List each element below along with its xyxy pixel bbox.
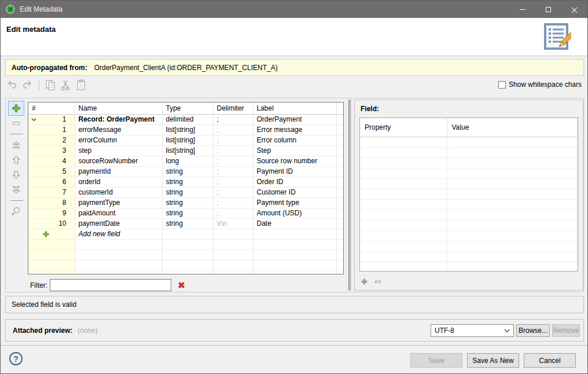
- field-delimiter-cell[interactable]: ;: [213, 166, 253, 177]
- close-button[interactable]: [561, 1, 587, 18]
- remove-button[interactable]: Remove: [552, 324, 580, 337]
- field-delimiter-cell[interactable]: ;: [213, 145, 253, 156]
- field-label-cell[interactable]: Error message: [253, 124, 336, 135]
- field-type-cell[interactable]: string: [162, 166, 213, 177]
- field-label-cell[interactable]: Order ID: [253, 177, 336, 187]
- field-row[interactable]: 6 orderId string ; Order ID: [28, 177, 343, 187]
- collapse-chevron-icon[interactable]: [31, 116, 37, 124]
- field-delimiter-cell[interactable]: ;: [213, 187, 253, 197]
- field-row[interactable]: 9 paidAmount string ; Amount (USD): [28, 208, 343, 218]
- remove-property-button[interactable]: [374, 278, 382, 287]
- field-label-cell[interactable]: Source row number: [253, 156, 336, 166]
- save-button[interactable]: Save: [410, 353, 462, 368]
- add-row-plus-icon[interactable]: [42, 230, 50, 240]
- field-type-cell[interactable]: string: [162, 208, 213, 218]
- col-header-label: Label: [253, 102, 336, 114]
- filter-input[interactable]: [50, 279, 171, 291]
- help-button[interactable]: ?: [9, 352, 23, 365]
- field-type-cell[interactable]: string: [162, 218, 213, 229]
- field-name-cell[interactable]: paidAmount: [75, 208, 162, 218]
- panel-splitter[interactable]: [348, 100, 351, 291]
- encoding-select[interactable]: UTF-8: [431, 324, 514, 337]
- field-type-cell[interactable]: list[string]: [162, 135, 213, 145]
- field-delimiter-cell[interactable]: \r\n: [213, 218, 253, 229]
- field-delimiter-cell[interactable]: ;: [213, 135, 253, 145]
- field-delimiter-cell[interactable]: ;: [213, 156, 253, 166]
- field-row[interactable]: 5 paymentId string ; Payment ID: [28, 166, 343, 177]
- field-type-cell[interactable]: long: [162, 156, 213, 166]
- cancel-button[interactable]: Cancel: [524, 353, 576, 368]
- undo-icon[interactable]: [6, 79, 18, 91]
- empty-property-row: [360, 168, 578, 178]
- field-row[interactable]: 2 errorColumn list[string] ; Error colum…: [28, 135, 343, 145]
- field-type-cell[interactable]: string: [162, 177, 213, 187]
- field-label-cell[interactable]: Error column: [253, 135, 336, 145]
- field-name-cell[interactable]: errorMessage: [75, 124, 162, 135]
- move-top-button[interactable]: [8, 137, 24, 152]
- field-name-cell[interactable]: customerId: [75, 187, 162, 197]
- field-label-cell[interactable]: Date: [253, 218, 336, 229]
- move-down-button[interactable]: [8, 167, 24, 182]
- field-type-cell[interactable]: string: [162, 187, 213, 197]
- field-row[interactable]: 1 errorMessage list[string] ; Error mess…: [28, 124, 343, 135]
- add-field-row[interactable]: Add new field: [28, 229, 343, 239]
- field-label-cell[interactable]: Payment ID: [253, 166, 336, 177]
- field-name-cell[interactable]: paymentId: [75, 166, 162, 177]
- arrow-up-icon: [11, 155, 21, 165]
- encoding-value: UTF-8: [435, 327, 454, 335]
- add-field-button[interactable]: [8, 101, 24, 116]
- field-label-cell[interactable]: Payment type: [253, 197, 336, 208]
- find-button[interactable]: [8, 204, 24, 219]
- record-label-cell[interactable]: OrderPayment: [253, 114, 336, 124]
- metadata-grid[interactable]: # Name Type Delimiter Label 1 Re: [28, 102, 344, 274]
- field-number: 10: [28, 218, 75, 229]
- record-row[interactable]: 1 Record: OrderPayment delimited ; Order…: [28, 114, 343, 124]
- field-row[interactable]: 10 paymentDate string \r\n Date: [28, 218, 343, 229]
- cut-icon[interactable]: [60, 79, 71, 91]
- record-toolbar: [8, 101, 25, 219]
- browse-button[interactable]: Browse...: [516, 324, 550, 337]
- field-label-cell[interactable]: Step: [253, 145, 336, 156]
- add-property-button[interactable]: [361, 278, 368, 287]
- field-name-cell[interactable]: errorColumn: [75, 135, 162, 145]
- record-name-cell[interactable]: Record: OrderPayment: [75, 114, 162, 124]
- empty-row: [28, 239, 343, 250]
- field-row[interactable]: 4 sourceRowNumber long ; Source row numb…: [28, 156, 343, 166]
- minimize-button[interactable]: [509, 1, 535, 18]
- field-row[interactable]: 8 paymentType string ; Payment type: [28, 197, 343, 208]
- remove-field-button[interactable]: [8, 116, 24, 131]
- record-delimiter-cell[interactable]: ;: [213, 114, 253, 124]
- checkbox-box[interactable]: [498, 81, 506, 89]
- paste-icon[interactable]: [75, 79, 87, 91]
- window-title: Edit Metadata: [20, 5, 63, 13]
- record-type-cell[interactable]: delimited: [162, 114, 213, 124]
- field-row[interactable]: 3 step list[string] ; Step: [28, 145, 343, 156]
- field-delimiter-cell[interactable]: ;: [213, 197, 253, 208]
- maximize-button[interactable]: [535, 1, 561, 18]
- field-name-cell[interactable]: paymentType: [75, 197, 162, 208]
- field-delimiter-cell[interactable]: ;: [213, 124, 253, 135]
- move-bottom-button[interactable]: [8, 182, 24, 197]
- field-delimiter-cell[interactable]: ;: [213, 208, 253, 218]
- field-label-cell[interactable]: Amount (USD): [253, 208, 336, 218]
- field-delimiter-cell[interactable]: ;: [213, 177, 253, 187]
- redo-icon[interactable]: [21, 79, 33, 91]
- field-type-cell[interactable]: list[string]: [162, 145, 213, 156]
- property-header-row: Property Value: [360, 118, 578, 137]
- copy-icon[interactable]: [45, 79, 56, 91]
- filter-clear-icon[interactable]: [177, 281, 186, 291]
- field-name-cell[interactable]: sourceRowNumber: [75, 156, 162, 166]
- move-up-button[interactable]: [8, 152, 24, 167]
- add-new-field-label[interactable]: Add new field: [75, 229, 162, 239]
- save-as-new-button[interactable]: Save As New: [467, 353, 519, 368]
- field-name-cell[interactable]: step: [75, 145, 162, 156]
- field-label-cell[interactable]: Customer ID: [253, 187, 336, 197]
- field-name-cell[interactable]: orderId: [75, 177, 162, 187]
- show-whitespace-checkbox[interactable]: Show whitespace chars: [498, 80, 582, 89]
- field-properties-grid[interactable]: Property Value: [359, 118, 578, 272]
- field-name-cell[interactable]: paymentDate: [75, 218, 162, 229]
- field-row[interactable]: 7 customerId string ; Customer ID: [28, 187, 343, 197]
- field-type-cell[interactable]: string: [162, 197, 213, 208]
- field-type-cell[interactable]: list[string]: [162, 124, 213, 135]
- attached-preview-label: Attached preview:: [13, 327, 72, 335]
